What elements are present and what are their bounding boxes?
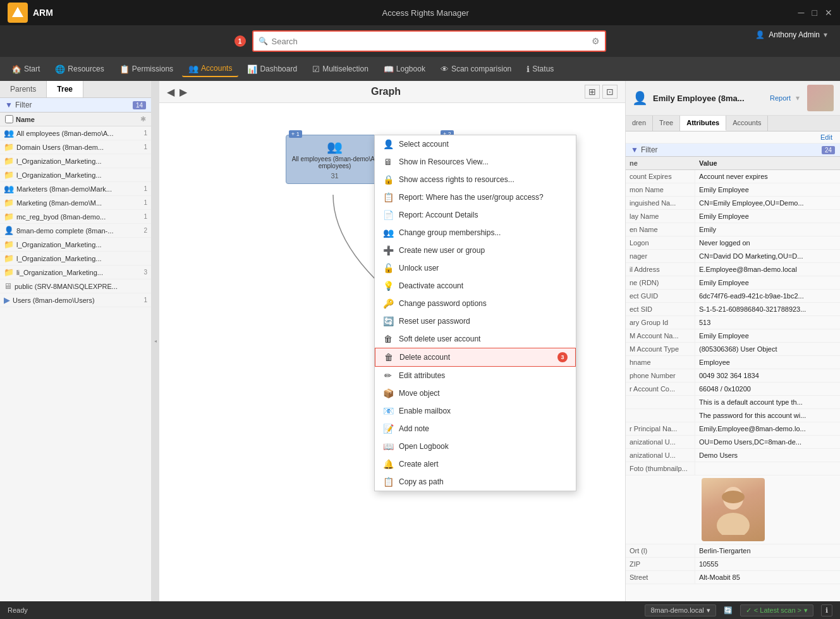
tree-header: Name ✱ — [0, 113, 151, 126]
context-move-object[interactable]: 📦 Move object — [375, 384, 576, 402]
context-edit-attributes[interactable]: ✏ Edit attributes — [375, 367, 576, 384]
nav-scan[interactable]: 👁 Scan comparision — [434, 62, 518, 77]
nav-logbook[interactable]: 📖 Logbook — [377, 62, 432, 77]
item-text: public (SRV-8MAN\SQLEXPRE... — [15, 283, 145, 290]
right-tab-tree[interactable]: Tree — [653, 116, 680, 131]
nav-bar: 🏠 Start 🌐 Resources 📋 Permissions 👥 Acco… — [0, 57, 840, 81]
list-item[interactable]: ▶ Users (8man-demo\Users) 1 — [0, 293, 151, 307]
list-item[interactable]: 👥 All employees (8man-demo\A... 1 — [0, 126, 151, 140]
context-show-resources[interactable]: 🖥 Show in Resources View... — [375, 153, 576, 171]
context-item-label: Delete account — [399, 353, 450, 362]
graph-back-button[interactable]: ◀ — [167, 86, 174, 98]
nav-multiselection[interactable]: ☑ Multiselection — [306, 62, 375, 77]
nav-start[interactable]: 🏠 Start — [5, 62, 46, 77]
context-add-note[interactable]: 📝 Add note — [375, 420, 576, 438]
report-chevron[interactable]: ▾ — [796, 94, 800, 102]
attr-row: anizational U... Demo Users — [626, 449, 840, 462]
attr-row: ect SID S-1-5-21-608986840-321788923... — [626, 303, 840, 316]
sort-icon[interactable]: ✱ — [140, 115, 146, 123]
close-button[interactable]: ✕ — [825, 8, 832, 18]
graph-node-all-employees[interactable]: + 1 👥 All employees (8man-demo\All emplo… — [286, 135, 384, 184]
graph-canvas[interactable]: + 1 👥 All employees (8man-demo\All emplo… — [159, 103, 625, 599]
status-info[interactable]: ℹ — [821, 604, 832, 616]
sidebar-resize-handle[interactable]: ◂ — [152, 81, 159, 601]
attr-row: r Principal Na... Emily.Employee@8man-de… — [626, 422, 840, 436]
nav-status[interactable]: ℹ Status — [520, 62, 560, 77]
logbook-icon: 📖 — [384, 64, 394, 74]
list-item[interactable]: 📁 Marketing (8man-demo\M... 1 — [0, 196, 151, 210]
attr-label: r Account Co... — [626, 383, 695, 395]
settings-icon[interactable]: ⚙ — [592, 36, 600, 46]
context-copy-path[interactable]: 📋 Copy as path — [375, 473, 576, 491]
maximize-button[interactable]: □ — [812, 8, 817, 18]
context-deactivate[interactable]: 💡 Deactivate account — [375, 277, 576, 295]
nav-permissions[interactable]: 📋 Permissions — [113, 62, 180, 77]
main-layout: Parents Tree ▼ Filter 14 Name ✱ 👥 All em… — [0, 81, 840, 601]
minimize-button[interactable]: ─ — [798, 8, 805, 18]
attr-row: ne (RDN) Emily Employee — [626, 276, 840, 290]
user-name: Anthony Admin — [769, 30, 820, 39]
context-delete-account[interactable]: 🗑 Delete account 3 — [375, 348, 576, 367]
context-change-group[interactable]: 👥 Change group memberships... — [375, 224, 576, 242]
move-object-icon: 📦 — [382, 388, 394, 398]
context-report-access[interactable]: 📋 Report: Where has the user/group acces… — [375, 188, 576, 206]
right-filter-text[interactable]: Filter — [641, 145, 822, 154]
refresh-icon[interactable]: 🔄 — [724, 606, 733, 615]
nav-resources[interactable]: 🌐 Resources — [49, 62, 110, 77]
context-create-alert[interactable]: 🔔 Create alert — [375, 455, 576, 473]
attr-value: Emily Employee — [695, 183, 840, 196]
filter-text[interactable]: Filter — [15, 101, 133, 109]
sidebar-tab-tree[interactable]: Tree — [47, 81, 83, 97]
graph-tool-1[interactable]: ⊞ — [585, 85, 600, 99]
status-domain[interactable]: 8man-demo.local ▾ — [645, 604, 715, 616]
context-show-access[interactable]: 🔒 Show access rights to resources... — [375, 171, 576, 188]
context-unlock-user[interactable]: 🔓 Unlock user — [375, 259, 576, 277]
nav-accounts[interactable]: 👥 Accounts — [182, 61, 238, 77]
list-item[interactable]: 📁 l_Organization_Marketing... — [0, 168, 151, 182]
attr-value — [695, 462, 840, 475]
search-input[interactable] — [272, 37, 592, 46]
context-item-label: Create alert — [399, 460, 439, 469]
nav-permissions-label: Permissions — [132, 64, 173, 73]
list-item[interactable]: 👥 Marketers (8man-demo\Mark... 1 — [0, 182, 151, 196]
graph-header: ◀ ▶ Graph ⊞ ⊡ — [159, 81, 625, 103]
change-password-icon: 🔑 — [382, 298, 394, 309]
context-reset-password[interactable]: 🔄 Reset user password — [375, 312, 576, 330]
list-item[interactable]: 👤 8man-demo complete (8man-... 2 — [0, 224, 151, 238]
attr-value: Emily — [695, 223, 840, 236]
list-item[interactable]: 📁 Domain Users (8man-dem... 1 — [0, 140, 151, 154]
create-user-icon: ➕ — [382, 245, 394, 255]
graph-tool-2[interactable]: ⊡ — [602, 85, 618, 99]
report-link[interactable]: Report — [770, 94, 791, 102]
svg-marker-0 — [12, 7, 23, 17]
nav-resources-label: Resources — [68, 64, 104, 73]
context-open-logbook[interactable]: 📖 Open Logbook — [375, 438, 576, 455]
nav-dashboard[interactable]: 📊 Dashboard — [241, 62, 303, 77]
context-soft-delete[interactable]: 🗑 Soft delete user account — [375, 330, 576, 348]
context-enable-mailbox[interactable]: 📧 Enable mailbox — [375, 402, 576, 420]
context-create-user[interactable]: ➕ Create new user or group — [375, 242, 576, 259]
attr-col-value: Value — [695, 157, 840, 169]
list-item[interactable]: 📁 l_Organization_Marketing... — [0, 154, 151, 168]
status-scan[interactable]: ✓ < Latest scan > ▾ — [740, 604, 813, 616]
context-change-password[interactable]: 🔑 Change password options — [375, 295, 576, 312]
user-chevron[interactable]: ▾ — [824, 30, 827, 39]
attr-label: hname — [626, 356, 695, 369]
right-tab-accounts[interactable]: Accounts — [726, 116, 768, 131]
item-text: l_Organization_Marketing... — [16, 241, 145, 248]
edit-link[interactable]: Edit — [817, 132, 836, 142]
item-icon: 👤 — [4, 226, 14, 235]
right-tab-children[interactable]: dren — [626, 116, 653, 131]
list-item[interactable]: 📁 mc_reg_byod (8man-demo... 1 — [0, 210, 151, 224]
list-item[interactable]: 📁 l_Organization_Marketing... — [0, 252, 151, 266]
list-item[interactable]: 📁 li_Organization_Marketing... 3 — [0, 266, 151, 279]
context-report-details[interactable]: 📄 Report: Account Details — [375, 206, 576, 224]
list-item[interactable]: 🖥 public (SRV-8MAN\SQLEXPRE... — [0, 279, 151, 293]
tree-select-all[interactable] — [5, 115, 13, 123]
attr-label: ect SID — [626, 303, 695, 316]
sidebar-tab-parents[interactable]: Parents — [0, 81, 47, 97]
context-select-account[interactable]: 👤 Select account — [375, 135, 576, 153]
right-tab-attributes[interactable]: Attributes — [680, 116, 726, 131]
graph-forward-button[interactable]: ▶ — [180, 86, 187, 98]
list-item[interactable]: 📁 l_Organization_Marketing... — [0, 238, 151, 252]
